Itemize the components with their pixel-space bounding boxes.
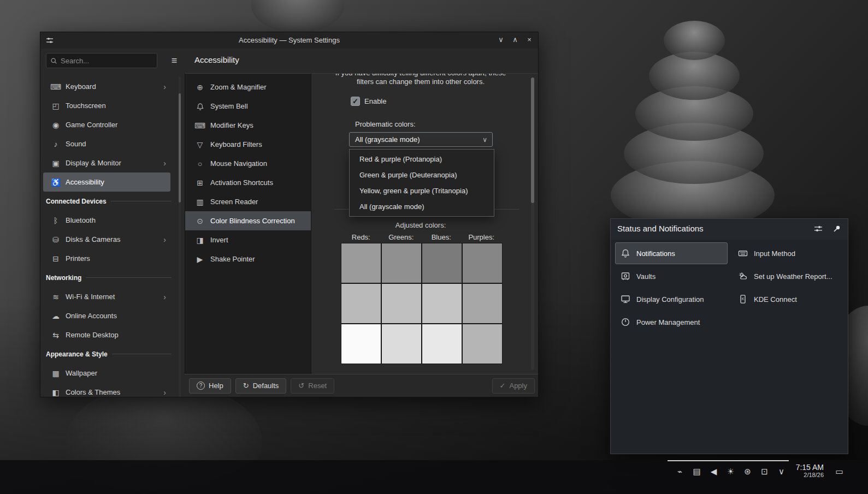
color-swatch (382, 284, 421, 323)
sidebar-item-printers[interactable]: ⊟ Printers (43, 249, 170, 268)
color-swatch (463, 284, 502, 323)
defaults-button[interactable]: ↻ Defaults (235, 378, 287, 394)
brightness-tray-icon[interactable]: ☀ (724, 465, 737, 478)
subnav-item-system-bell[interactable]: System Bell (185, 97, 311, 116)
sidebar: ⌨ Keyboard › ◰ Touchscreen ◉ Game Contro… (40, 77, 178, 397)
dropdown-option-grayscale[interactable]: All (grayscale mode) (350, 199, 494, 215)
subnav-item-label: Color Blindness Correction (206, 217, 295, 225)
clipboard-tray-icon[interactable]: ▤ (690, 465, 704, 478)
sidebar-item-colors-themes[interactable]: ◧ Colors & Themes › (43, 383, 170, 397)
configure-sliders-icon[interactable] (814, 224, 823, 235)
screen-reader-icon: ▥ (194, 198, 206, 206)
sidebar-item-sound[interactable]: ♪ Sound (43, 134, 170, 153)
subnav-item-shake-pointer[interactable]: ▶ Shake Pointer (185, 249, 311, 269)
bell-icon (194, 102, 206, 111)
sidebar-section-networking: Networking (40, 268, 178, 287)
sidebar-item-label: Wi-Fi & Internet (62, 293, 163, 301)
sidebar-item-label: Bluetooth (62, 216, 170, 224)
subnav-item-label: Invert (206, 236, 228, 244)
notifications-panel-icon[interactable]: ▭ (832, 465, 846, 478)
titlebar[interactable]: Accessibility — System Settings ∨ ∧ × (40, 32, 538, 49)
sidebar-item-keyboard[interactable]: ⌨ Keyboard › (43, 77, 170, 96)
toolbar: ≡ Accessibility (40, 49, 538, 73)
popup-header: Status and Notifications (611, 219, 848, 240)
popup-item-kde-connect[interactable]: K KDE Connect (733, 288, 845, 310)
sidebar-item-bluetooth[interactable]: ᛒ Bluetooth (43, 211, 170, 230)
color-swatch (463, 243, 502, 283)
sidebar-item-display-monitor[interactable]: ▣ Display & Monitor › (43, 153, 170, 172)
search-box[interactable] (46, 53, 157, 68)
popup-item-notifications[interactable]: Notifications (615, 242, 728, 264)
window-title: Accessibility — System Settings (40, 36, 538, 44)
popup-item-weather[interactable]: Set up Weather Report... (733, 265, 845, 287)
sidebar-item-remote-desktop[interactable]: ⇆ Remote Desktop (43, 325, 170, 344)
weather-sun-cloud-icon (738, 271, 748, 281)
system-tray: ⌁ ▤ ◀ ☀ ⊛ ⊡ ∨ (673, 465, 788, 478)
network-tray-icon[interactable]: ⊛ (741, 465, 754, 478)
subnav-item-label: Screen Reader (206, 198, 258, 206)
sound-icon: ♪ (49, 140, 62, 148)
desktop: Accessibility — System Settings ∨ ∧ × ≡ … (0, 0, 868, 494)
section-label: Appearance & Style (46, 350, 108, 358)
subnav-item-keyboard-filters[interactable]: ▽ Keyboard Filters (185, 135, 311, 154)
subnav-item-color-blindness-correction[interactable]: ⊙ Color Blindness Correction (185, 211, 311, 230)
intro-text-line2: filters can change them into other color… (311, 78, 530, 86)
touchscreen-icon: ◰ (49, 102, 62, 110)
mouse-icon: ○ (194, 159, 206, 168)
popup-item-label: Power Management (636, 318, 700, 326)
swatch-column-headers: Reds: Greens: Blues: Purples: (341, 233, 501, 241)
maximize-button[interactable]: ∧ (510, 34, 521, 45)
svg-text:K: K (742, 297, 745, 301)
sidebar-scrollbar-thumb[interactable] (179, 93, 181, 203)
sidebar-item-disks-cameras[interactable]: ⛁ Disks & Cameras › (43, 230, 170, 249)
close-button[interactable]: × (524, 34, 535, 45)
popup-item-display-configuration[interactable]: Display Configuration (615, 288, 728, 310)
apply-button-label: Apply (509, 382, 527, 390)
sidebar-item-game-controller[interactable]: ◉ Game Controller (43, 115, 170, 134)
minimize-button[interactable]: ∨ (495, 34, 506, 45)
dropdown-option-protanopia[interactable]: Red & purple (Protanopia) (350, 151, 494, 167)
problematic-colors-dropdown[interactable]: All (grayscale mode) ∨ (349, 132, 493, 147)
keyboard-icon (738, 248, 748, 258)
kde-connect-tray-icon[interactable]: ⌁ (673, 465, 687, 478)
subnav-item-activation-shortcuts[interactable]: ⊞ Activation Shortcuts (185, 173, 311, 192)
dropdown-option-tritanopia[interactable]: Yellow, green & purple (Tritanopia) (350, 183, 494, 199)
subnav-item-screen-reader[interactable]: ▥ Screen Reader (185, 192, 311, 211)
subnav-item-zoom-magnifier[interactable]: ⊕ Zoom & Magnifier (185, 78, 311, 97)
subnav-item-invert[interactable]: ◨ Invert (185, 230, 311, 249)
sidebar-item-accessibility[interactable]: ♿ Accessibility (43, 172, 170, 192)
content-scrollbar-thumb[interactable] (531, 78, 534, 203)
digital-clock[interactable]: 7:15 AM 2/18/26 (787, 463, 824, 478)
search-icon (50, 57, 57, 64)
subnav-item-mouse-navigation[interactable]: ○ Mouse Navigation (185, 154, 311, 173)
invert-icon: ◨ (194, 236, 206, 245)
wallpaper-icon: ▦ (49, 369, 62, 378)
sidebar-item-touchscreen[interactable]: ◰ Touchscreen (43, 96, 170, 115)
volume-tray-icon[interactable]: ◀ (707, 465, 721, 478)
dropdown-option-deuteranopia[interactable]: Green & purple (Deuteranopia) (350, 167, 494, 183)
sidebar-item-wifi-internet[interactable]: ≋ Wi-Fi & Internet › (43, 287, 170, 306)
intro-text-line1: If you have difficulty telling different… (311, 73, 530, 77)
defaults-icon: ↻ (243, 382, 249, 390)
reset-button[interactable]: ↺ Reset (291, 378, 334, 394)
enable-checkbox[interactable]: ✓ (351, 97, 360, 106)
sidebar-item-wallpaper[interactable]: ▦ Wallpaper (43, 364, 170, 383)
popup-item-input-method[interactable]: Input Method (733, 242, 845, 264)
sidebar-item-label: Colors & Themes (62, 388, 163, 396)
display-tray-icon[interactable]: ⊡ (758, 465, 771, 478)
clock-date: 2/18/26 (787, 472, 824, 478)
popup-item-label: Display Configuration (636, 295, 704, 303)
pointer-icon: ▶ (194, 255, 206, 264)
popup-item-power-management[interactable]: Power Management (615, 311, 728, 333)
help-button[interactable]: ? Help (189, 378, 231, 394)
pin-icon[interactable] (832, 224, 841, 235)
popup-item-vaults[interactable]: Vaults (615, 265, 728, 287)
apply-button[interactable]: ✓ Apply (492, 378, 535, 394)
subnav-item-label: System Bell (206, 102, 248, 110)
search-input[interactable] (61, 53, 155, 68)
hamburger-menu-icon[interactable]: ≡ (167, 53, 181, 68)
subnav-item-modifier-keys[interactable]: ⌨ Modifier Keys (185, 116, 311, 135)
sidebar-item-online-accounts[interactable]: ☁ Online Accounts (43, 306, 170, 325)
help-button-label: Help (209, 382, 223, 390)
chevron-right-icon: › (163, 82, 170, 91)
